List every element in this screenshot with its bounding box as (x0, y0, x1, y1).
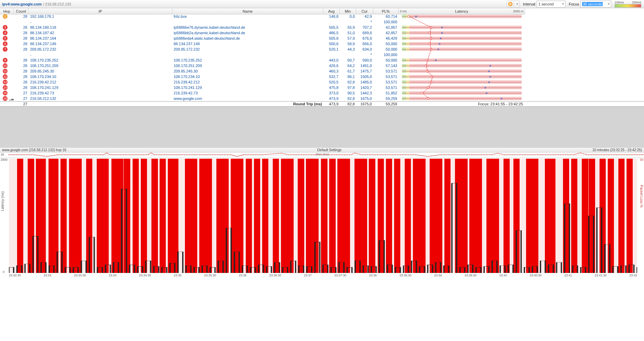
cell-name: www.google.com (172, 96, 323, 101)
cell-latency: × (399, 74, 525, 79)
x-tick: 23:38 (369, 274, 377, 278)
chevron-down-icon: ▾ (608, 2, 609, 5)
table-row[interactable]: 32888.134.190.118ip5886be76.dynamic.kabe… (0, 25, 644, 30)
interval-select[interactable]: 1 second▾ (537, 1, 565, 8)
svg-rect-2 (511, 3, 511, 5)
cell-avg: 500,6 (323, 42, 340, 46)
cell-ip: 216.239.42.73 (29, 91, 172, 95)
summary-avg: 473,9 (323, 102, 340, 106)
cell-count: 28 (14, 31, 29, 35)
cell-cur: 1505,0 (356, 75, 373, 79)
main-chart[interactable]: 2800 0 Latency (ms) 30 Packet Loss % 23:… (0, 158, 644, 278)
cell-avg: 520,1 (323, 47, 340, 51)
cell-avg: 505,8 (323, 36, 340, 40)
interval-label: Interval (523, 2, 535, 6)
latency-legend: 100ms 200ms (611, 1, 642, 8)
hop-badge: 14 (3, 85, 8, 90)
hop-badge: 1 (3, 14, 8, 19)
table-row[interactable]: 42888.134.187.42ip5886bb2a.dynamic.kabel… (0, 30, 644, 36)
summary-label: Round Trip (ms) (172, 102, 323, 106)
cell-min: 0,0 (340, 14, 356, 18)
table-row[interactable]: 62888.134.237.14988.134.237.149500,658,9… (0, 41, 644, 47)
summary-count: 27 (14, 102, 29, 106)
table-row[interactable]: 52888.134.237.164ip5886eda4.static.kabel… (0, 36, 644, 41)
x-tick: 23:39 (434, 274, 442, 278)
cell-cur: 707,2 (356, 25, 373, 29)
x-tick: 23:40 (499, 274, 507, 278)
cell-min: 51,0 (340, 31, 356, 35)
table-body: 128192.168.178.1fritz.box148,80,042,960,… (0, 14, 644, 101)
cell-count: 27 (14, 96, 29, 101)
table-row[interactable]: 1228108.170.234.10108.170.234.10532,786,… (0, 74, 644, 79)
table-row[interactable]: 128192.168.178.1fritz.box148,80,042,960,… (0, 14, 644, 19)
cell-cur: 1475,7 (356, 69, 373, 73)
cell-cur: 676,0 (356, 36, 373, 40)
cell-pl: 100,000 (373, 53, 399, 57)
cell-min: 61,7 (340, 69, 356, 73)
cell-ip: 216.58.212.132 (29, 96, 172, 101)
chart-body[interactable] (9, 159, 637, 273)
cell-min: 44,3 (340, 47, 356, 51)
table-row[interactable]: 1028108.170.251.209108.170.251.209428,66… (0, 63, 644, 68)
interval-value: 1 second (538, 2, 554, 6)
x-tick: 23:42 (629, 274, 637, 278)
legend-low: 100ms (615, 1, 624, 4)
cell-avg: 475,8 (323, 86, 340, 90)
cell-ip: 108.170.235.252 (29, 58, 172, 62)
pause-dropdown[interactable]: ▾ (514, 1, 520, 8)
cell-name: 209.85.245.30 (172, 69, 323, 73)
table-row[interactable]: 1527216.239.42.73216.239.42.73373,090,51… (0, 90, 644, 96)
cell-min: 90,5 (340, 91, 356, 95)
latency-col-label: Latency (455, 9, 468, 13)
jitter-trace (8, 153, 644, 158)
cell-avg: 486,5 (323, 31, 340, 35)
table-row[interactable]: 1428108.170.241.129108.170.241.129475,89… (0, 85, 644, 90)
table-row[interactable]: 16▁▃▅27216.58.212.132www.google.com473,9… (0, 96, 644, 101)
latency-trace (9, 159, 637, 273)
cell-latency: × (399, 47, 525, 52)
cell-ip: 209.85.245.30 (29, 69, 172, 73)
cell-ip: 88.134.237.164 (29, 36, 172, 40)
hop-badge: 15 (3, 91, 8, 95)
cell-cur: 1420,7 (356, 86, 373, 90)
lat-y-top: 2800 (1, 158, 8, 161)
cell-latency: × (399, 91, 525, 95)
summary-pl: 59,259 (373, 102, 399, 106)
svg-point-0 (508, 2, 512, 6)
table-row[interactable]: 728209.85.172.232209.85.172.232520,144,3… (0, 47, 644, 52)
x-tick: 23:36:30 (269, 274, 281, 278)
cell-latency: × (399, 69, 525, 74)
hop-badge: 10 (3, 63, 8, 68)
hop-badge: 11 (3, 69, 8, 74)
focus-select[interactable]: 30 seconds▾ (580, 1, 611, 8)
cell-name: ip5886eda4.static.kabel-deutschland.de (172, 36, 323, 40)
cell-cur: 590,0 (356, 58, 373, 62)
jitter-strip: 35 Jitter (ms) (0, 153, 644, 158)
splitter-gap[interactable] (0, 107, 644, 148)
cell-ip: 192.168.178.1 (29, 14, 172, 18)
cell-min: 64,2 (340, 64, 356, 68)
cell-name: 108.170.251.209 (172, 64, 323, 68)
hop-badge: 12 (3, 74, 8, 79)
cell-pl: 50,000 (373, 42, 399, 46)
cell-avg: 373,0 (323, 91, 340, 95)
hop-badge: 5 (3, 36, 8, 41)
cell-avg: 520,5 (323, 80, 340, 84)
summary-cur: 1675,0 (356, 102, 373, 106)
x-tick: 23:37:30 (334, 274, 346, 278)
cell-latency: × (399, 25, 525, 30)
table-row[interactable]: 1328216.239.42.212216.239.42.212520,582,… (0, 79, 644, 85)
cell-ip: - (29, 53, 172, 57)
table-row[interactable]: -*100,000 (0, 52, 644, 57)
cell-avg: 443,0 (323, 58, 340, 62)
chart-title-right: 10 minutes (23:32:25 - 23:42:25) (592, 148, 642, 152)
hop-badge: 16 (3, 96, 8, 101)
x-tick: 23:35:30 (204, 274, 216, 278)
cell-name: 88.134.237.149 (172, 42, 323, 46)
table-row[interactable]: 1128209.85.245.30209.85.245.30460,361,71… (0, 68, 644, 74)
pause-button[interactable] (507, 1, 514, 8)
cell-min: 82,8 (340, 80, 356, 84)
table-row[interactable]: 928108.170.235.252108.170.235.252443,060… (0, 57, 644, 63)
table-row[interactable]: -*100,000 (0, 19, 644, 25)
x-tick: 23:39:30 (465, 274, 477, 278)
